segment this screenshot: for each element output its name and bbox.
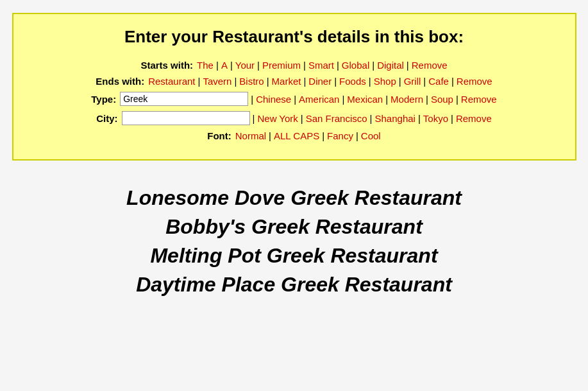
starts-with-option-global[interactable]: Global bbox=[342, 60, 369, 71]
city-option-tokyo[interactable]: Tokyo bbox=[423, 113, 448, 124]
font-row: Font: Normal | ALL CAPS | Fancy | Cool bbox=[33, 130, 556, 141]
font-option-cool[interactable]: Cool bbox=[361, 130, 381, 141]
starts-with-row: Starts with: The | A | Your | Premium | … bbox=[33, 60, 556, 71]
font-label: Font: bbox=[207, 130, 231, 141]
font-option-normal[interactable]: Normal bbox=[235, 130, 266, 141]
ends-with-option-cafe[interactable]: Cafe bbox=[428, 76, 449, 87]
starts-with-option-your[interactable]: Your bbox=[235, 60, 255, 71]
ends-with-option-foods[interactable]: Foods bbox=[339, 76, 366, 87]
type-option-chinese[interactable]: Chinese bbox=[256, 94, 291, 105]
starts-with-option-smart[interactable]: Smart bbox=[308, 60, 334, 71]
type-option-remove[interactable]: Remove bbox=[461, 94, 497, 105]
page-title: Enter your Restaurant's details in this … bbox=[33, 27, 556, 47]
result-1: Lonesome Dove Greek Restaurant bbox=[13, 186, 575, 210]
ends-with-option-grill[interactable]: Grill bbox=[404, 76, 421, 87]
city-option-shanghai[interactable]: Shanghai bbox=[375, 113, 416, 124]
city-label: City: bbox=[96, 113, 117, 124]
type-row: Type: | Chinese | American | Mexican | M… bbox=[33, 92, 556, 106]
result-2: Bobby's Greek Restaurant bbox=[13, 215, 575, 239]
city-row: City: | New York | San Francisco | Shang… bbox=[33, 111, 556, 125]
ends-with-option-bistro[interactable]: Bistro bbox=[239, 76, 264, 87]
type-option-soup[interactable]: Soup bbox=[431, 94, 453, 105]
ends-with-option-diner[interactable]: Diner bbox=[308, 76, 332, 87]
results-section: Lonesome Dove Greek Restaurant Bobby's G… bbox=[0, 173, 588, 315]
ends-with-option-market[interactable]: Market bbox=[272, 76, 301, 87]
starts-with-label: Starts with: bbox=[140, 60, 193, 71]
type-option-american[interactable]: American bbox=[299, 94, 339, 105]
starts-with-option-the[interactable]: The bbox=[197, 60, 214, 71]
city-option-remove[interactable]: Remove bbox=[456, 113, 492, 124]
starts-with-option-digital[interactable]: Digital bbox=[377, 60, 404, 71]
restaurant-details-box: Enter your Restaurant's details in this … bbox=[12, 13, 576, 161]
type-label: Type: bbox=[91, 94, 116, 105]
city-option-new-york[interactable]: New York bbox=[257, 113, 298, 124]
city-input[interactable] bbox=[122, 111, 250, 125]
ends-with-label: Ends with: bbox=[96, 76, 144, 87]
type-option-modern[interactable]: Modern bbox=[391, 94, 423, 105]
type-input[interactable] bbox=[120, 92, 248, 106]
starts-with-option-premium[interactable]: Premium bbox=[262, 60, 301, 71]
font-option-allcaps[interactable]: ALL CAPS bbox=[274, 130, 319, 141]
font-option-fancy[interactable]: Fancy bbox=[327, 130, 353, 141]
result-4: Daytime Place Greek Restaurant bbox=[13, 273, 575, 297]
ends-with-option-tavern[interactable]: Tavern bbox=[203, 76, 231, 87]
ends-with-row: Ends with: Restaurant | Tavern | Bistro … bbox=[33, 76, 556, 87]
ends-with-option-shop[interactable]: Shop bbox=[374, 76, 396, 87]
type-option-mexican[interactable]: Mexican bbox=[347, 94, 383, 105]
starts-with-option-a[interactable]: A bbox=[221, 60, 228, 71]
city-option-san-francisco[interactable]: San Francisco bbox=[306, 113, 367, 124]
ends-with-option-restaurant[interactable]: Restaurant bbox=[148, 76, 195, 87]
result-3: Melting Pot Greek Restaurant bbox=[13, 244, 575, 268]
ends-with-option-remove[interactable]: Remove bbox=[457, 76, 492, 87]
starts-with-option-remove[interactable]: Remove bbox=[412, 60, 448, 71]
